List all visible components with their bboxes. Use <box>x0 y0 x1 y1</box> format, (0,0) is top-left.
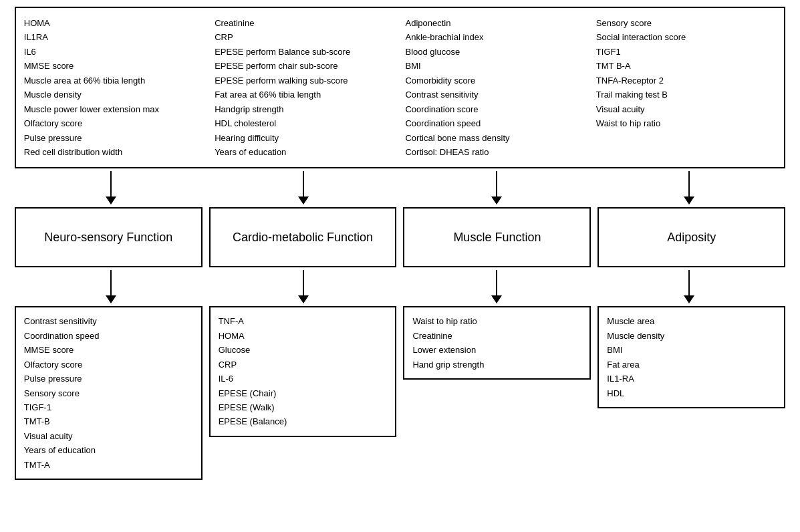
detail-item: EPESE (Chair) <box>219 386 388 400</box>
detail-box-0: Contrast sensitivityCoordination speedMM… <box>15 306 203 480</box>
arrow-col2-3 <box>593 267 785 306</box>
arrow-line <box>688 270 690 295</box>
top-item: Pulse pressure <box>24 131 204 145</box>
category-box-0: Neuro-sensory Function <box>15 207 203 267</box>
top-box: HOMAIL1RAIL6MMSE scoreMuscle area at 66%… <box>15 7 785 168</box>
top-col-3: AdiponectinAnkle-brachial indexBlood glu… <box>400 13 590 162</box>
top-item: MMSE score <box>24 59 204 73</box>
top-item: Olfactory score <box>24 116 204 130</box>
arrow-down2-0 <box>106 270 116 303</box>
top-item: Trail making test B <box>596 88 776 102</box>
arrow-head <box>684 295 694 303</box>
detail-item: HDL <box>607 386 776 400</box>
top-item: EPESE perform chair sub-score <box>215 59 394 73</box>
top-item: Sensory score <box>596 16 776 30</box>
top-item: BMI <box>405 59 585 73</box>
top-item: TNFA-Receptor 2 <box>596 74 776 88</box>
category-row: Neuro-sensory FunctionCardio-metabolic F… <box>15 207 785 267</box>
detail-item: Olfactory score <box>24 358 193 372</box>
detail-item: Waist to hip ratio <box>412 314 581 328</box>
top-item: CRP <box>215 30 394 44</box>
detail-item: Contrast sensitivity <box>24 314 193 328</box>
top-item: Creatinine <box>215 16 394 30</box>
arrow-col2-2 <box>400 267 592 306</box>
detail-item: TMT-B <box>24 414 193 428</box>
top-item: Cortical bone mass density <box>405 131 585 145</box>
detail-item: HOMA <box>219 329 388 343</box>
detail-item: Hand grip strength <box>412 358 581 372</box>
detail-item: IL1-RA <box>607 372 776 386</box>
arrow-down2-3 <box>684 270 694 303</box>
detail-item: Fat area <box>607 358 776 372</box>
top-item: Years of education <box>215 145 394 159</box>
top-item: Fat area at 66% tibia length <box>215 88 394 102</box>
arrow-down-3 <box>491 171 502 205</box>
detail-item: Lower extension <box>412 343 581 357</box>
detail-item: MMSE score <box>24 343 193 357</box>
arrow-line <box>110 171 112 196</box>
top-item: Ankle-brachial index <box>405 30 585 44</box>
top-item: TMT B-A <box>596 59 776 73</box>
detail-box-1: TNF-AHOMAGlucoseCRPIL-6EPESE (Chair)EPES… <box>209 306 397 437</box>
arrow-head <box>684 196 694 205</box>
diagram: HOMAIL1RAIL6MMSE scoreMuscle area at 66%… <box>7 7 793 480</box>
arrow-line <box>496 171 497 196</box>
arrow-col2-1 <box>207 267 400 306</box>
top-item: Comorbidity score <box>405 74 585 88</box>
top-item: Waist to hip ratio <box>596 116 776 130</box>
top-item: EPESE perform walking sub-score <box>215 74 394 88</box>
arrow-line <box>303 270 304 295</box>
arrow-down-2 <box>298 171 309 205</box>
arrow-down2-2 <box>491 270 502 303</box>
arrow-line <box>110 270 112 295</box>
top-col-1: HOMAIL1RAIL6MMSE scoreMuscle area at 66%… <box>19 13 209 162</box>
detail-item: Creatinine <box>412 329 581 343</box>
arrow-line <box>303 171 304 196</box>
arrow-head <box>106 196 116 205</box>
top-item: Muscle density <box>24 88 204 102</box>
top-item: Coordination speed <box>405 116 585 130</box>
detail-item: CRP <box>219 358 388 372</box>
detail-item: TIGF-1 <box>24 400 193 414</box>
top-item: Muscle area at 66% tibia length <box>24 74 204 88</box>
detail-item: Glucose <box>219 343 388 357</box>
top-item: HOMA <box>24 16 204 30</box>
detail-item: Muscle area <box>607 314 776 328</box>
top-item: Contrast sensitivity <box>405 88 585 102</box>
top-item: IL6 <box>24 45 204 59</box>
top-item: Blood glucose <box>405 45 585 59</box>
detail-item: BMI <box>607 343 776 357</box>
top-item: IL1RA <box>24 30 204 44</box>
detail-item: Visual acuity <box>24 429 193 443</box>
detail-box-2: Waist to hip ratioCreatinineLower extens… <box>403 306 591 380</box>
arrow-head <box>491 196 502 205</box>
top-item: Handgrip strength <box>215 102 394 116</box>
arrow-head <box>298 295 309 303</box>
arrow-row-1 <box>15 168 785 207</box>
detail-item: Pulse pressure <box>24 372 193 386</box>
top-item: Muscle power lower extension max <box>24 102 204 116</box>
arrow-line <box>688 171 690 196</box>
top-item: Cortisol: DHEAS ratio <box>405 145 585 159</box>
top-col-4: Sensory scoreSocial interaction scoreTIG… <box>591 13 781 162</box>
detail-box-3: Muscle areaMuscle densityBMIFat areaIL1-… <box>597 306 785 408</box>
arrow-down-4 <box>684 171 694 205</box>
arrow-col-3 <box>400 168 592 207</box>
arrow-head <box>106 295 116 303</box>
arrow-col-2 <box>207 168 400 207</box>
arrow-head <box>491 295 502 303</box>
top-item: Social interaction score <box>596 30 776 44</box>
detail-row: Contrast sensitivityCoordination speedMM… <box>15 306 785 480</box>
top-item: Visual acuity <box>596 102 776 116</box>
detail-item: Muscle density <box>607 329 776 343</box>
arrow-line <box>496 270 497 295</box>
arrow-down-1 <box>106 171 116 205</box>
arrow-row-2 <box>15 267 785 306</box>
detail-item: TNF-A <box>219 314 388 328</box>
arrow-head <box>298 196 309 205</box>
category-box-3: Adiposity <box>597 207 785 267</box>
category-box-1: Cardio-metabolic Function <box>209 207 397 267</box>
top-item: TIGF1 <box>596 45 776 59</box>
detail-item: Coordination speed <box>24 329 193 343</box>
detail-item: Years of education <box>24 443 193 457</box>
